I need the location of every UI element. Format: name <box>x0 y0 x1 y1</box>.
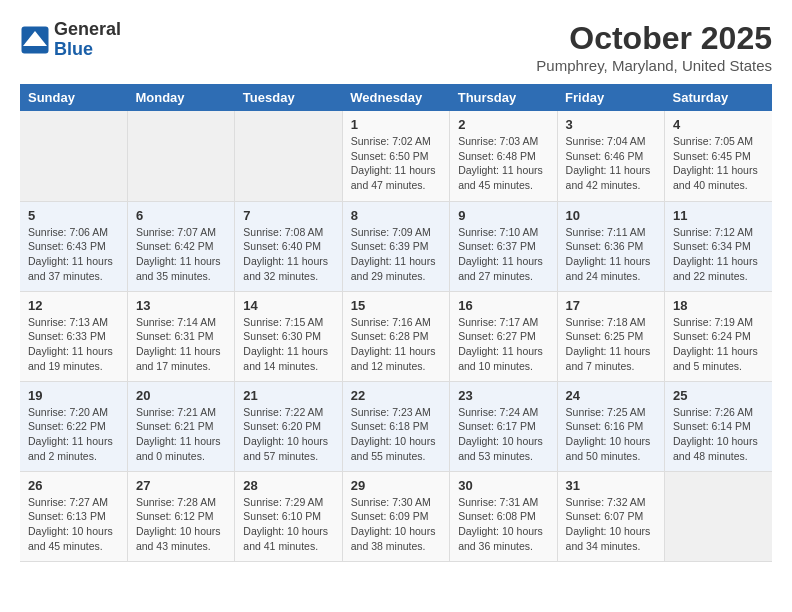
day-number: 25 <box>673 388 764 403</box>
day-number: 22 <box>351 388 441 403</box>
day-info: Sunrise: 7:31 AM Sunset: 6:08 PM Dayligh… <box>458 495 548 554</box>
calendar-cell: 13Sunrise: 7:14 AM Sunset: 6:31 PM Dayli… <box>127 291 234 381</box>
calendar-cell: 30Sunrise: 7:31 AM Sunset: 6:08 PM Dayli… <box>450 471 557 561</box>
calendar-body: 1Sunrise: 7:02 AM Sunset: 6:50 PM Daylig… <box>20 111 772 561</box>
day-number: 4 <box>673 117 764 132</box>
calendar-cell: 25Sunrise: 7:26 AM Sunset: 6:14 PM Dayli… <box>665 381 772 471</box>
day-number: 15 <box>351 298 441 313</box>
weekday-header: Sunday <box>20 84 127 111</box>
day-number: 26 <box>28 478 119 493</box>
title-block: October 2025 Pumphrey, Maryland, United … <box>536 20 772 74</box>
day-number: 19 <box>28 388 119 403</box>
calendar-cell: 10Sunrise: 7:11 AM Sunset: 6:36 PM Dayli… <box>557 201 664 291</box>
day-info: Sunrise: 7:20 AM Sunset: 6:22 PM Dayligh… <box>28 405 119 464</box>
day-number: 16 <box>458 298 548 313</box>
day-info: Sunrise: 7:04 AM Sunset: 6:46 PM Dayligh… <box>566 134 656 193</box>
day-info: Sunrise: 7:30 AM Sunset: 6:09 PM Dayligh… <box>351 495 441 554</box>
weekday-header: Monday <box>127 84 234 111</box>
day-info: Sunrise: 7:21 AM Sunset: 6:21 PM Dayligh… <box>136 405 226 464</box>
day-number: 24 <box>566 388 656 403</box>
calendar-cell: 1Sunrise: 7:02 AM Sunset: 6:50 PM Daylig… <box>342 111 449 201</box>
calendar-cell: 21Sunrise: 7:22 AM Sunset: 6:20 PM Dayli… <box>235 381 342 471</box>
calendar-table: SundayMondayTuesdayWednesdayThursdayFrid… <box>20 84 772 562</box>
month-year-title: October 2025 <box>536 20 772 57</box>
day-info: Sunrise: 7:12 AM Sunset: 6:34 PM Dayligh… <box>673 225 764 284</box>
calendar-cell: 20Sunrise: 7:21 AM Sunset: 6:21 PM Dayli… <box>127 381 234 471</box>
calendar-week-row: 26Sunrise: 7:27 AM Sunset: 6:13 PM Dayli… <box>20 471 772 561</box>
day-info: Sunrise: 7:26 AM Sunset: 6:14 PM Dayligh… <box>673 405 764 464</box>
day-info: Sunrise: 7:15 AM Sunset: 6:30 PM Dayligh… <box>243 315 333 374</box>
calendar-cell: 31Sunrise: 7:32 AM Sunset: 6:07 PM Dayli… <box>557 471 664 561</box>
day-number: 20 <box>136 388 226 403</box>
weekday-header: Friday <box>557 84 664 111</box>
day-number: 9 <box>458 208 548 223</box>
calendar-cell: 29Sunrise: 7:30 AM Sunset: 6:09 PM Dayli… <box>342 471 449 561</box>
day-info: Sunrise: 7:14 AM Sunset: 6:31 PM Dayligh… <box>136 315 226 374</box>
calendar-cell: 14Sunrise: 7:15 AM Sunset: 6:30 PM Dayli… <box>235 291 342 381</box>
logo: General Blue <box>20 20 121 60</box>
day-info: Sunrise: 7:24 AM Sunset: 6:17 PM Dayligh… <box>458 405 548 464</box>
day-number: 27 <box>136 478 226 493</box>
day-number: 17 <box>566 298 656 313</box>
calendar-cell: 24Sunrise: 7:25 AM Sunset: 6:16 PM Dayli… <box>557 381 664 471</box>
calendar-cell: 4Sunrise: 7:05 AM Sunset: 6:45 PM Daylig… <box>665 111 772 201</box>
day-number: 11 <box>673 208 764 223</box>
day-info: Sunrise: 7:29 AM Sunset: 6:10 PM Dayligh… <box>243 495 333 554</box>
calendar-cell: 23Sunrise: 7:24 AM Sunset: 6:17 PM Dayli… <box>450 381 557 471</box>
calendar-cell: 3Sunrise: 7:04 AM Sunset: 6:46 PM Daylig… <box>557 111 664 201</box>
day-number: 28 <box>243 478 333 493</box>
day-number: 8 <box>351 208 441 223</box>
page-header: General Blue October 2025 Pumphrey, Mary… <box>20 20 772 74</box>
day-info: Sunrise: 7:06 AM Sunset: 6:43 PM Dayligh… <box>28 225 119 284</box>
day-info: Sunrise: 7:28 AM Sunset: 6:12 PM Dayligh… <box>136 495 226 554</box>
day-info: Sunrise: 7:09 AM Sunset: 6:39 PM Dayligh… <box>351 225 441 284</box>
day-info: Sunrise: 7:07 AM Sunset: 6:42 PM Dayligh… <box>136 225 226 284</box>
day-info: Sunrise: 7:05 AM Sunset: 6:45 PM Dayligh… <box>673 134 764 193</box>
day-number: 5 <box>28 208 119 223</box>
calendar-cell: 8Sunrise: 7:09 AM Sunset: 6:39 PM Daylig… <box>342 201 449 291</box>
day-number: 6 <box>136 208 226 223</box>
day-info: Sunrise: 7:22 AM Sunset: 6:20 PM Dayligh… <box>243 405 333 464</box>
day-info: Sunrise: 7:23 AM Sunset: 6:18 PM Dayligh… <box>351 405 441 464</box>
calendar-cell: 12Sunrise: 7:13 AM Sunset: 6:33 PM Dayli… <box>20 291 127 381</box>
calendar-cell <box>235 111 342 201</box>
day-number: 14 <box>243 298 333 313</box>
day-info: Sunrise: 7:16 AM Sunset: 6:28 PM Dayligh… <box>351 315 441 374</box>
day-info: Sunrise: 7:03 AM Sunset: 6:48 PM Dayligh… <box>458 134 548 193</box>
day-info: Sunrise: 7:11 AM Sunset: 6:36 PM Dayligh… <box>566 225 656 284</box>
calendar-week-row: 19Sunrise: 7:20 AM Sunset: 6:22 PM Dayli… <box>20 381 772 471</box>
day-info: Sunrise: 7:13 AM Sunset: 6:33 PM Dayligh… <box>28 315 119 374</box>
day-number: 12 <box>28 298 119 313</box>
calendar-cell: 7Sunrise: 7:08 AM Sunset: 6:40 PM Daylig… <box>235 201 342 291</box>
calendar-cell: 27Sunrise: 7:28 AM Sunset: 6:12 PM Dayli… <box>127 471 234 561</box>
day-number: 18 <box>673 298 764 313</box>
day-number: 29 <box>351 478 441 493</box>
day-number: 7 <box>243 208 333 223</box>
calendar-week-row: 5Sunrise: 7:06 AM Sunset: 6:43 PM Daylig… <box>20 201 772 291</box>
day-number: 21 <box>243 388 333 403</box>
day-number: 23 <box>458 388 548 403</box>
calendar-cell: 17Sunrise: 7:18 AM Sunset: 6:25 PM Dayli… <box>557 291 664 381</box>
day-info: Sunrise: 7:19 AM Sunset: 6:24 PM Dayligh… <box>673 315 764 374</box>
logo-general-text: General <box>54 20 121 40</box>
weekday-header: Wednesday <box>342 84 449 111</box>
calendar-cell <box>665 471 772 561</box>
calendar-cell: 11Sunrise: 7:12 AM Sunset: 6:34 PM Dayli… <box>665 201 772 291</box>
calendar-cell: 9Sunrise: 7:10 AM Sunset: 6:37 PM Daylig… <box>450 201 557 291</box>
day-number: 30 <box>458 478 548 493</box>
logo-icon <box>20 25 50 55</box>
day-info: Sunrise: 7:08 AM Sunset: 6:40 PM Dayligh… <box>243 225 333 284</box>
calendar-cell: 22Sunrise: 7:23 AM Sunset: 6:18 PM Dayli… <box>342 381 449 471</box>
logo-blue-text: Blue <box>54 40 121 60</box>
weekday-row: SundayMondayTuesdayWednesdayThursdayFrid… <box>20 84 772 111</box>
day-number: 3 <box>566 117 656 132</box>
weekday-header: Thursday <box>450 84 557 111</box>
day-info: Sunrise: 7:17 AM Sunset: 6:27 PM Dayligh… <box>458 315 548 374</box>
day-info: Sunrise: 7:02 AM Sunset: 6:50 PM Dayligh… <box>351 134 441 193</box>
calendar-header: SundayMondayTuesdayWednesdayThursdayFrid… <box>20 84 772 111</box>
day-info: Sunrise: 7:25 AM Sunset: 6:16 PM Dayligh… <box>566 405 656 464</box>
day-info: Sunrise: 7:27 AM Sunset: 6:13 PM Dayligh… <box>28 495 119 554</box>
calendar-cell: 19Sunrise: 7:20 AM Sunset: 6:22 PM Dayli… <box>20 381 127 471</box>
calendar-week-row: 1Sunrise: 7:02 AM Sunset: 6:50 PM Daylig… <box>20 111 772 201</box>
calendar-cell: 15Sunrise: 7:16 AM Sunset: 6:28 PM Dayli… <box>342 291 449 381</box>
